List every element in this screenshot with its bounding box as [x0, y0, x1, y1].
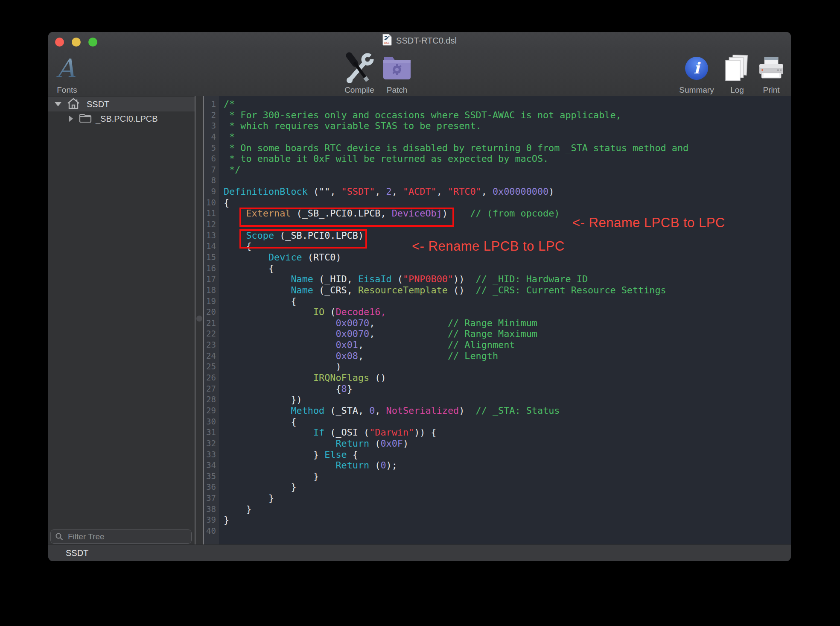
line-number: 2	[204, 110, 219, 121]
line-number: 16	[204, 263, 219, 274]
code-line[interactable]: {	[224, 197, 791, 208]
folder-icon	[79, 113, 92, 125]
pane-splitter[interactable]	[195, 96, 204, 545]
line-number: 12	[204, 219, 219, 230]
line-number: 17	[204, 274, 219, 285]
splitter-handle-dot[interactable]	[196, 316, 202, 322]
line-number: 8	[204, 175, 219, 186]
line-number: 4	[204, 132, 219, 143]
code-line[interactable]: })	[224, 394, 791, 405]
disclosure-down-icon[interactable]	[55, 102, 61, 106]
code-line[interactable]: * On some boards RTC device is disabled …	[224, 143, 791, 154]
code-line[interactable]: */	[224, 164, 791, 176]
line-number: 36	[204, 482, 219, 493]
main-area: SSDT _SB.PCI0.LPCB	[48, 96, 791, 545]
code-line[interactable]: 0x01, // Alignment	[224, 339, 791, 351]
code-line[interactable]: }	[224, 493, 791, 504]
line-number: 28	[204, 394, 219, 405]
toolbar-item-patch[interactable]: Patch	[365, 50, 429, 95]
disclosure-right-icon[interactable]	[69, 115, 73, 122]
line-number: 27	[204, 383, 219, 395]
code-line[interactable]: *	[224, 132, 791, 143]
code-line[interactable]: }	[224, 482, 791, 493]
line-number-gutter: 1234567891011121314151617181920212223242…	[204, 96, 219, 545]
line-number: 5	[204, 143, 219, 154]
sidebar-item-sb-pci0-lpcb[interactable]: _SB.PCI0.LPCB	[48, 111, 195, 126]
code-line[interactable]: {	[224, 296, 791, 307]
toolbar-item-fonts[interactable]: A Fonts	[48, 50, 99, 95]
code-line[interactable]: DefinitionBlock ("", "SSDT", 2, "ACDT", …	[224, 186, 791, 197]
code-line[interactable]: {	[224, 241, 791, 252]
code-line[interactable]: 0x0070, // Range Minimum	[224, 318, 791, 329]
line-number: 29	[204, 405, 219, 416]
code-line[interactable]: 0x0070, // Range Maximum	[224, 328, 791, 339]
line-number: 30	[204, 416, 219, 427]
sidebar-tree: SSDT _SB.PCI0.LPCB	[48, 96, 195, 545]
code-line[interactable]: 0x08, // Length	[224, 351, 791, 362]
line-number: 20	[204, 307, 219, 318]
code-line[interactable]: Name (_CRS, ResourceTemplate () // _CRS:…	[224, 285, 791, 296]
code-line[interactable]: )	[224, 361, 791, 372]
sidebar-item-ssdt[interactable]: SSDT	[48, 97, 195, 111]
sidebar-item-label: _SB.PCI0.LPCB	[96, 114, 158, 124]
code-line[interactable]	[224, 219, 791, 230]
toolbar: A Fonts Compile	[48, 49, 791, 97]
code-line[interactable]: * For 300-series only and occasions wher…	[224, 110, 791, 121]
code-line[interactable]: }	[224, 471, 791, 482]
code-line[interactable]: IRQNoFlags ()	[224, 372, 791, 383]
line-number: 11	[204, 208, 219, 219]
code-editor[interactable]: /* * For 300-series only and occasions w…	[219, 96, 791, 545]
line-number: 34	[204, 460, 219, 471]
code-line[interactable]: Scope (_SB.PCI0.LPCB)	[224, 230, 791, 241]
patch-folder-icon	[383, 52, 411, 85]
line-number: 3	[204, 120, 219, 132]
status-bar: SSDT	[48, 544, 791, 561]
line-number: 22	[204, 328, 219, 339]
line-number: 35	[204, 471, 219, 482]
title-group: DSL SSDT-RTC0.dsl	[48, 32, 791, 49]
line-number: 7	[204, 164, 219, 176]
code-line[interactable]: } Else {	[224, 449, 791, 460]
code-line[interactable]: {	[224, 263, 791, 274]
code-line[interactable]: * to enable it 0xF will be returned as e…	[224, 153, 791, 164]
print-printer-icon	[759, 52, 784, 85]
summary-info-icon: i	[685, 52, 708, 85]
code-line[interactable]: }	[224, 515, 791, 526]
line-number: 33	[204, 449, 219, 460]
toolbar-item-print[interactable]: Print	[739, 50, 791, 95]
line-number: 1	[204, 99, 219, 110]
code-line[interactable]: IO (Decode16,	[224, 307, 791, 318]
line-number: 9	[204, 186, 219, 197]
code-line[interactable]: Method (_STA, 0, NotSerialized) // _STA:…	[224, 405, 791, 416]
filter-tree-input[interactable]	[67, 532, 187, 542]
code-line[interactable]	[224, 175, 791, 186]
code-line[interactable]: * which requires variable STAS to be pre…	[224, 120, 791, 132]
search-icon	[55, 532, 64, 541]
line-number: 38	[204, 504, 219, 515]
code-line[interactable]: {8}	[224, 383, 791, 395]
filter-tree-field[interactable]	[50, 529, 192, 544]
code-line[interactable]: /*	[224, 99, 791, 110]
line-number: 21	[204, 318, 219, 329]
line-number: 23	[204, 339, 219, 351]
line-number: 37	[204, 493, 219, 504]
line-number: 18	[204, 285, 219, 296]
code-line[interactable]: Device (RTC0)	[224, 252, 791, 263]
window-title: SSDT-RTC0.dsl	[396, 36, 457, 46]
status-text: SSDT	[66, 548, 88, 558]
line-number: 14	[204, 241, 219, 252]
code-line[interactable]: {	[224, 416, 791, 427]
toolbar-label: Print	[763, 85, 779, 95]
line-number: 15	[204, 252, 219, 263]
code-line[interactable]: Return (0x0F)	[224, 438, 791, 449]
code-line[interactable]: If (_OSI ("Darwin")) {	[224, 427, 791, 438]
code-line[interactable]: External (_SB_.PCI0.LPCB, DeviceObj) // …	[224, 208, 791, 219]
code-line[interactable]	[224, 526, 791, 537]
code-line[interactable]: Return (0);	[224, 460, 791, 471]
line-number: 31	[204, 427, 219, 438]
line-number: 39	[204, 515, 219, 526]
code-line[interactable]: Name (_HID, EisaId ("PNP0B00")) // _HID:…	[224, 274, 791, 285]
code-line[interactable]: }	[224, 504, 791, 515]
line-number: 19	[204, 296, 219, 307]
titlebar[interactable]: DSL SSDT-RTC0.dsl	[48, 32, 791, 49]
